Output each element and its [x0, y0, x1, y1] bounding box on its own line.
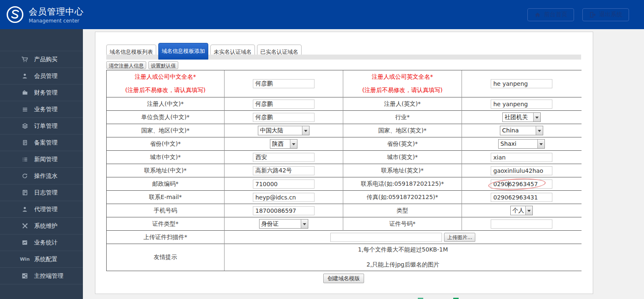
province-cn-label-cell: 省份(中文)*	[107, 137, 225, 151]
app-subtitle: Management center	[29, 18, 84, 24]
registrant-cn-cell	[225, 97, 343, 111]
postal-code-input[interactable]	[253, 179, 315, 189]
sidebar-item-12[interactable]: 业务统计	[0, 234, 83, 251]
address-cn-input[interactable]	[253, 166, 315, 175]
logout-button[interactable]: 退出系统	[582, 8, 629, 21]
form-row: 联系E-mail*传真(如:059187202125)*	[107, 191, 582, 204]
sidebar-item-14[interactable]: 主控端管理	[0, 268, 83, 284]
unit-head-cn-label: 单位负责人(中文)*	[107, 114, 224, 121]
sidebar-item-8[interactable]: 操作流水	[0, 168, 83, 184]
domain-template-form: 注册人或公司中文全名*(注册后不易修改，请认真填写)注册人或公司英文全名*(注册…	[106, 70, 582, 271]
form-row: 省份(中文)*陕西省份(英文)*Shaxi	[107, 137, 582, 151]
type-select[interactable]: 个人	[510, 206, 533, 215]
province-cn-label: 省份(中文)*	[107, 140, 224, 148]
en-fullname-input[interactable]	[491, 79, 552, 88]
sidebar-item-7[interactable]: 新闻管理	[0, 151, 83, 168]
form-row: 单位负责人(中文)*行业*社团机关	[107, 111, 582, 124]
sidebar-item-1[interactable]: 产品购买	[0, 51, 83, 68]
sidebar-item-10[interactable]: 代理管理	[0, 201, 83, 218]
contact-phone-input[interactable]	[491, 179, 552, 189]
cn-fullname-input[interactable]	[253, 79, 315, 88]
province-cn-select[interactable]: 陕西	[270, 139, 297, 149]
mobile-label-cell: 手机号码	[107, 204, 225, 217]
registrant-cn-label: 注册人(中文)*	[107, 100, 224, 108]
sidebar-item-label: 主控端管理	[34, 272, 63, 280]
contact-email-cell	[225, 191, 343, 204]
city-en-input[interactable]	[491, 153, 552, 162]
tips-row: 友情提示1,每个文件最大不能超过50KB-1M2,只能上传jpg后缀名的图片	[107, 244, 582, 271]
dropdown-arrow-icon[interactable]	[302, 126, 309, 135]
city-cn-label: 城市(中文)*	[107, 154, 224, 161]
sidebar-item-label: 系统配置	[34, 256, 57, 263]
menu-icon	[21, 106, 29, 113]
industry-select[interactable]: 社团机关	[502, 112, 541, 122]
set-default-button[interactable]: 设置默认值	[148, 61, 178, 69]
notebook-icon	[21, 189, 29, 196]
sidebar-item-label: 业务统计	[34, 239, 57, 247]
sidebar-item-6[interactable]: 备案管理	[0, 135, 83, 151]
contact-phone-label: 联系电话(如:059187202125)*	[343, 180, 462, 188]
industry-cell: 社团机关	[462, 111, 582, 124]
upload-image-button[interactable]: 上传图片...	[444, 233, 475, 242]
country-en-select[interactable]: China	[500, 126, 543, 135]
province-cn-cell: 陕西	[225, 137, 343, 151]
form-row: 邮政编码*联系电话(如:059187202125)*	[107, 177, 582, 191]
clear-registrant-button[interactable]: 清空注册人信息	[106, 61, 146, 69]
sidebar-item-label: 备案管理	[34, 139, 57, 147]
selected-value: 身份证	[260, 219, 301, 228]
cn-fullname-label-cell: 注册人或公司中文全名*(注册后不易修改，请认真填写)	[107, 70, 225, 97]
dropdown-arrow-icon[interactable]	[537, 140, 544, 148]
tip-line: 2,只能上传jpg后缀名的图片	[225, 261, 582, 269]
address-en-input[interactable]	[491, 166, 552, 175]
id-type-select[interactable]: 身份证	[259, 219, 308, 229]
postal-code-cell	[225, 177, 343, 191]
id-scan-path-input[interactable]	[330, 233, 442, 242]
sidebar-item-2[interactable]: 会员管理	[0, 68, 83, 85]
sidebar-item-9[interactable]: 日志管理	[0, 184, 83, 201]
tools-icon	[21, 223, 29, 229]
form-row: 注册人(中文)*注册人(英文)*	[107, 97, 582, 111]
mobile-cell	[225, 204, 343, 217]
unit-head-cn-input[interactable]	[253, 113, 315, 122]
sidebar-item-label: 业务管理	[34, 106, 57, 113]
dropdown-arrow-icon[interactable]	[533, 113, 540, 122]
create-template-button[interactable]: 创建域名模版	[323, 274, 364, 283]
sidebar-item-5[interactable]: 订单管理	[0, 118, 83, 135]
sidebar-item-label: 日志管理	[34, 189, 57, 197]
registrant-cn-label-cell: 注册人(中文)*	[107, 97, 225, 111]
country-cn-label-cell: 国家、地区(中文)*	[107, 124, 225, 137]
country-cn-select[interactable]: 中国大陆	[258, 126, 310, 135]
sidebar-item-3[interactable]: 财务管理	[0, 85, 83, 101]
registrant-en-input[interactable]	[491, 100, 552, 109]
sidebar-item-11[interactable]: 系统维护	[0, 218, 83, 234]
list-icon	[21, 156, 29, 163]
fax-label: 传真(如:059187202125)*	[343, 194, 462, 201]
frontend-home-button[interactable]: 前台首页	[527, 8, 574, 21]
sidebar-item-13[interactable]: Win系统配置	[0, 251, 83, 268]
id-number-input[interactable]	[491, 219, 552, 229]
city-cn-input[interactable]	[253, 153, 315, 162]
contact-email-input[interactable]	[253, 193, 315, 202]
dropdown-arrow-icon[interactable]	[301, 219, 308, 228]
contact-phone-label-cell: 联系电话(如:059187202125)*	[343, 177, 462, 191]
form-row: 国家、地区(中文)*中国大陆国家、地区(英文)*China	[107, 124, 582, 137]
header: 会员管理中心 Management center 前台首页 退出系统	[0, 0, 644, 29]
submit-row: 创建域名模版	[106, 274, 581, 283]
mobile-input[interactable]	[253, 206, 315, 215]
sidebar-item-label: 系统维护	[34, 222, 57, 230]
id-number-cell	[462, 217, 582, 231]
dropdown-arrow-icon[interactable]	[525, 206, 532, 215]
fax-input[interactable]	[491, 193, 552, 202]
sidebar-item-label: 会员管理	[34, 72, 57, 80]
unit-head-cn-label-cell: 单位负责人(中文)*	[107, 111, 225, 124]
dropdown-arrow-icon[interactable]	[290, 140, 297, 148]
dropdown-arrow-icon[interactable]	[536, 126, 543, 135]
logout-label: 退出系统	[599, 11, 622, 18]
tab-2[interactable]: 域名信息模板添加	[158, 43, 208, 60]
sidebar-item-label: 产品购买	[34, 56, 57, 63]
province-en-select[interactable]: Shaxi	[498, 139, 545, 149]
registrant-cn-input[interactable]	[253, 100, 315, 109]
sidebar-item-4[interactable]: 业务管理	[0, 101, 83, 118]
address-en-cell	[462, 164, 582, 177]
address-cn-cell	[225, 164, 343, 177]
